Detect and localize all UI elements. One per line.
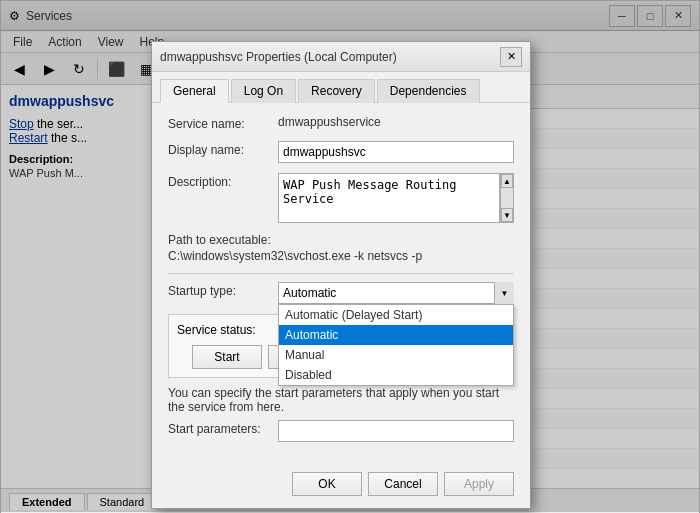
executable-path-section: Path to executable: C:\windows\system32\… xyxy=(168,233,514,263)
startup-selected-value: Automatic xyxy=(283,286,336,300)
scroll-track xyxy=(501,188,513,208)
display-name-input[interactable] xyxy=(278,141,514,163)
display-name-row: Display name: xyxy=(168,141,514,163)
dialog-body: Service name: dmwappushservice Display n… xyxy=(152,103,530,464)
start-params-row: Start parameters: xyxy=(168,420,514,442)
ok-button[interactable]: OK xyxy=(292,472,362,496)
start-button[interactable]: Start xyxy=(192,345,262,369)
startup-dropdown[interactable]: Automatic xyxy=(278,282,514,304)
description-field-label: Description: xyxy=(168,173,278,189)
modal-overlay: dmwappushsvc Properties (Local Computer)… xyxy=(1,1,699,512)
cancel-button[interactable]: Cancel xyxy=(368,472,438,496)
dialog-tab-dependencies[interactable]: Dependencies xyxy=(377,79,480,103)
description-scrollbar: ▲ ▼ xyxy=(500,173,514,223)
scroll-down-arrow[interactable]: ▼ xyxy=(501,208,513,222)
startup-label: Startup type: xyxy=(168,282,278,298)
service-status-label: Service status: xyxy=(177,323,287,337)
option-automatic-delayed[interactable]: Automatic (Delayed Start) xyxy=(279,305,513,325)
service-name-label: Service name: xyxy=(168,115,278,131)
service-name-value: dmwappushservice xyxy=(278,115,514,129)
option-automatic[interactable]: Automatic xyxy=(279,325,513,345)
path-value: C:\windows\system32\svchost.exe -k netsv… xyxy=(168,249,514,263)
dialog-footer: OK Cancel Apply xyxy=(152,464,530,508)
start-params-section: You can specify the start parameters tha… xyxy=(168,386,514,442)
start-params-desc: You can specify the start parameters tha… xyxy=(168,386,514,414)
service-name-row: Service name: dmwappushservice xyxy=(168,115,514,131)
path-label: Path to executable: xyxy=(168,233,514,247)
display-name-label: Display name: xyxy=(168,141,278,157)
apply-button[interactable]: Apply xyxy=(444,472,514,496)
startup-type-row: Startup type: Automatic ▼ Automatic (Del… xyxy=(168,282,514,304)
dialog-tab-general[interactable]: General xyxy=(160,79,229,103)
start-params-label: Start parameters: xyxy=(168,420,278,436)
description-textarea-wrapper: WAP Push Message Routing Service ▲ ▼ xyxy=(278,173,514,223)
option-manual[interactable]: Manual xyxy=(279,345,513,365)
dialog-tabs: General Log On Recovery Dependencies xyxy=(152,72,530,103)
start-params-input[interactable] xyxy=(278,420,514,442)
properties-dialog: dmwappushsvc Properties (Local Computer)… xyxy=(151,41,531,509)
divider xyxy=(168,273,514,274)
scroll-up-arrow[interactable]: ▲ xyxy=(501,174,513,188)
option-disabled[interactable]: Disabled xyxy=(279,365,513,385)
dialog-title-bar: dmwappushsvc Properties (Local Computer)… xyxy=(152,42,530,72)
description-row: Description: WAP Push Message Routing Se… xyxy=(168,173,514,223)
description-textarea[interactable]: WAP Push Message Routing Service xyxy=(278,173,500,223)
dialog-title: dmwappushsvc Properties (Local Computer) xyxy=(160,50,397,64)
startup-dropdown-container: Automatic ▼ Automatic (Delayed Start) Au… xyxy=(278,282,514,304)
services-window: ⚙ Services ─ □ ✕ File Action View Help ◀… xyxy=(0,0,700,513)
dialog-tab-recovery[interactable]: Recovery xyxy=(298,79,375,103)
dialog-tab-logon[interactable]: Log On xyxy=(231,79,296,103)
dialog-close-button[interactable]: ✕ xyxy=(500,47,522,67)
startup-dropdown-list: Automatic (Delayed Start) Automatic Manu… xyxy=(278,304,514,386)
